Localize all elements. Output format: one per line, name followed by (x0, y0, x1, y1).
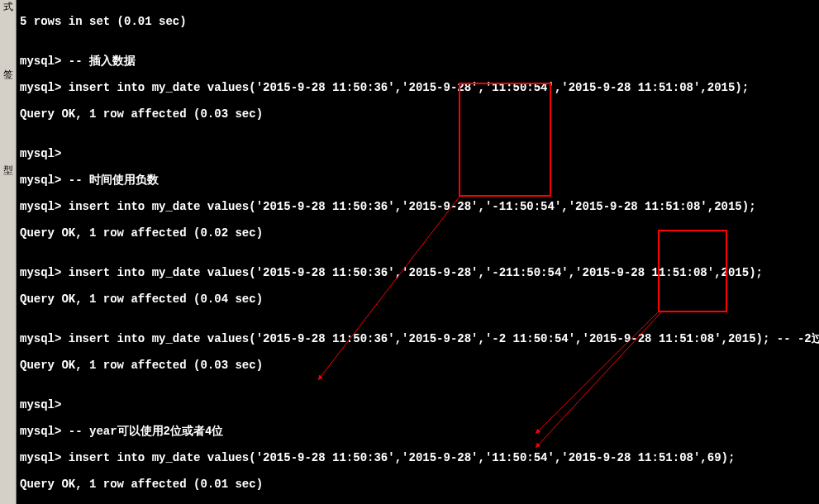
gutter-label-3: 型 (3, 164, 13, 178)
output-line: Query OK, 1 row affected (0.03 sec) (20, 107, 816, 121)
prompt-line: mysql> insert into my_date values('2015-… (20, 332, 816, 345)
output-line: Query OK, 1 row affected (0.03 sec) (20, 359, 816, 372)
prompt-line: mysql> -- year可以使用2位或者4位 (20, 425, 816, 438)
prompt-line: mysql> (20, 398, 816, 411)
mysql-terminal[interactable]: 5 rows in set (0.01 sec) mysql> -- 插入数据 … (17, 0, 819, 504)
prompt-line: mysql> insert into my_date values('2015-… (20, 451, 816, 464)
prompt-line: mysql> -- 时间使用负数 (20, 174, 816, 187)
prompt-line: mysql> insert into my_date values('2015-… (20, 200, 816, 213)
output-line: 5 rows in set (0.01 sec) (20, 15, 816, 28)
gutter-label-2: 签 (3, 68, 13, 82)
left-gutter: 式 签 型 (0, 0, 17, 504)
prompt-line: mysql> -- 插入数据 (20, 55, 816, 68)
prompt-line: mysql> (20, 147, 816, 160)
output-line: Query OK, 1 row affected (0.04 sec) (20, 292, 816, 306)
output-line: Query OK, 1 row affected (0.01 sec) (20, 478, 816, 491)
prompt-line: mysql> insert into my_date values('2015-… (20, 81, 816, 94)
output-line: Query OK, 1 row affected (0.02 sec) (20, 226, 816, 240)
prompt-line: mysql> insert into my_date values('2015-… (20, 266, 816, 279)
gutter-label-1: 式 (3, 0, 13, 14)
